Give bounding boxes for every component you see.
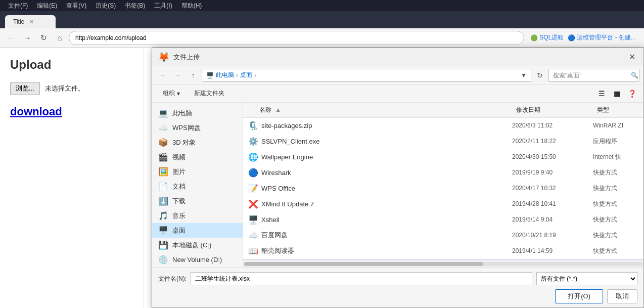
sidebar-item-local-d[interactable]: 💿 New Volume (D:) (152, 252, 243, 267)
nav-up-button[interactable]: ↑ (187, 69, 200, 82)
file-row-8[interactable]: 📖 稻壳阅读器 2019/4/1 14:59 快捷方式 (243, 243, 643, 259)
no-file-text: 未选择文件。 (45, 84, 84, 93)
sidebar-item-documents[interactable]: 📄 文档 (152, 179, 243, 194)
sidebar-icon-downloads: ⬇️ (158, 196, 168, 206)
col-sort-arrow: ▲ (275, 106, 281, 113)
menu-help[interactable]: 帮助(H) (177, 1, 206, 11)
organize-dropdown-icon: ▾ (177, 90, 180, 97)
file-date-6: 2019/5/14 9:04 (512, 216, 593, 223)
download-link[interactable]: download (10, 105, 133, 118)
dialog-toolbar: 组织 ▾ 新建文件夹 ☰ ▦ ❓ (152, 84, 643, 103)
col-header-name[interactable]: 名称 ▲ (255, 105, 512, 115)
file-name-5: XMind 8 Update 7 (259, 200, 512, 208)
file-row-6[interactable]: 🖥️ Xshell 2019/5/14 9:04 快捷方式 (243, 212, 643, 228)
menu-edit[interactable]: 编辑(E) (33, 1, 61, 11)
browser-tabbar: Title ✕ (0, 11, 644, 28)
nav-refresh-button[interactable]: ↻ (533, 69, 546, 82)
nav-back-button[interactable]: ← (156, 69, 169, 82)
sidebar-item-3d[interactable]: 📦 3D 对象 (152, 135, 243, 150)
open-button[interactable]: 打开(O) (555, 289, 603, 303)
file-name-6: Xshell (259, 216, 512, 224)
refresh-button[interactable]: ↻ (36, 31, 51, 45)
file-row-1[interactable]: ⚙️ SSLVPN_Client.exe 2020/2/11 18:22 应用程… (243, 134, 643, 149)
file-name-3: Wireshark (259, 169, 512, 177)
sidebar-item-pictures[interactable]: 🖼️ 图片 (152, 164, 243, 179)
home-button[interactable]: ⌂ (53, 31, 67, 45)
file-type-3: 快捷方式 (593, 168, 643, 177)
file-type-2: Internet 快 (593, 153, 643, 161)
dialog-close-button[interactable]: ✕ (626, 52, 637, 63)
horizontal-scrollbar[interactable] (243, 259, 643, 268)
sidebar-icon-3d: 📦 (158, 138, 168, 147)
search-icon: 🔍 (631, 72, 638, 79)
filetype-select[interactable]: 所有文件 (*.*) (536, 272, 637, 285)
menu-tools[interactable]: 工具(I) (150, 1, 176, 11)
file-type-1: 应用程序 (593, 137, 643, 146)
file-date-5: 2019/4/28 10:41 (512, 200, 593, 207)
sidebar-icon-pictures: 🖼️ (158, 167, 168, 177)
breadcrumb-dropdown-icon[interactable]: ▼ (521, 72, 527, 79)
col-header-type[interactable]: 类型 (593, 105, 643, 115)
view-icons: ☰ ▦ ❓ (595, 87, 638, 100)
menu-history[interactable]: 历史(S) (91, 1, 120, 11)
address-bar[interactable] (69, 31, 524, 45)
browser-tab-active[interactable]: Title ✕ (5, 15, 56, 28)
sidebar-icon-desktop: 🖥️ (158, 226, 168, 235)
new-folder-button[interactable]: 新建文件夹 (189, 87, 230, 100)
browser-window: 文件(F) 编辑(E) 查看(V) 历史(S) 书签(B) 工具(I) 帮助(H… (0, 0, 644, 308)
file-date-1: 2020/2/11 18:22 (512, 138, 593, 145)
file-type-0: WinRAR ZI (593, 122, 643, 129)
webpage-panel: Upload 浏览... 未选择文件。 download (0, 48, 144, 308)
sidebar-item-local-c[interactable]: 💾 本地磁盘 (C:) (152, 238, 243, 252)
dialog-navbar: ← → ↑ 🖥️ 此电脑 › 桌面 › ▼ ↻ 🔍 (152, 66, 643, 84)
nav-forward-button[interactable]: → (171, 69, 185, 82)
sidebar-icon-music: 🎵 (158, 211, 168, 221)
footer-buttons: 打开(O) 取消 (158, 289, 637, 303)
cancel-button[interactable]: 取消 (607, 289, 637, 303)
organize-button[interactable]: 组织 ▾ (157, 87, 186, 100)
tab-close-icon[interactable]: ✕ (29, 19, 34, 25)
view-help-button[interactable]: ❓ (625, 87, 638, 100)
browse-button[interactable]: 浏览... (10, 82, 40, 95)
view-details-button[interactable]: ▦ (610, 87, 623, 100)
search-input[interactable] (553, 72, 629, 79)
file-name-7: 百度网盘 (259, 231, 512, 240)
sidebar-icon-local-d: 💿 (158, 255, 168, 265)
file-name-4: WPS Office (259, 185, 512, 192)
breadcrumb-sep1: › (236, 72, 238, 79)
file-icon-8: 📖 (247, 245, 259, 257)
sidebar-item-computer[interactable]: 💻 此电脑 (152, 106, 243, 120)
file-row-2[interactable]: 🌐 Wallpaper Engine 2020/4/30 15:50 Inter… (243, 149, 643, 165)
sidebar-item-wps[interactable]: ☁️ WPS网盘 (152, 120, 243, 135)
file-icon-5: ❌ (247, 198, 259, 210)
view-list-button[interactable]: ☰ (595, 87, 608, 100)
file-row-3[interactable]: 🔵 Wireshark 2019/9/19 9:40 快捷方式 (243, 165, 643, 181)
bookmark-sql[interactable]: 🟢 SQL进程 (530, 33, 564, 42)
breadcrumb-computer[interactable]: 此电脑 (216, 71, 234, 79)
breadcrumb-desktop[interactable]: 桌面 (240, 71, 252, 79)
file-row-7[interactable]: ☁️ 百度网盘 2020/10/21 8:19 快捷方式 (243, 228, 643, 243)
menu-file[interactable]: 文件(F) (4, 1, 32, 11)
file-type-7: 快捷方式 (593, 231, 643, 240)
file-dialog: 🦊 文件上传 ✕ ← → ↑ 🖥️ 此电脑 › 桌面 › ▼ ↻ (152, 48, 644, 308)
dialog-titlebar: 🦊 文件上传 ✕ (152, 48, 643, 66)
sidebar-item-desktop[interactable]: 🖥️ 桌面 (152, 223, 243, 238)
filename-input[interactable] (191, 272, 532, 285)
bookmarks-bar: 🟢 SQL进程 🔵 运维管理平台 - 创建... (526, 33, 640, 42)
menu-view[interactable]: 查看(V) (62, 1, 90, 11)
bookmark-ops[interactable]: 🔵 运维管理平台 - 创建... (568, 33, 636, 42)
sidebar-item-downloads[interactable]: ⬇️ 下载 (152, 194, 243, 208)
upload-heading: Upload (10, 58, 133, 72)
sidebar-item-video[interactable]: 🎬 视频 (152, 150, 243, 164)
file-date-2: 2020/4/30 15:50 (512, 153, 593, 160)
forward-button[interactable]: → (20, 31, 34, 45)
file-row-5[interactable]: ❌ XMind 8 Update 7 2019/4/28 10:41 快捷方式 (243, 196, 643, 212)
file-name-8: 稻壳阅读器 (259, 246, 512, 255)
file-row-0[interactable]: 🗜️ site-packages.zip 2020/6/3 11:02 WinR… (243, 118, 643, 134)
sidebar-item-music[interactable]: 🎵 音乐 (152, 208, 243, 223)
col-header-date[interactable]: 修改日期 (512, 105, 593, 115)
menu-bookmarks[interactable]: 书签(B) (121, 1, 149, 11)
filelist-header: 名称 ▲ 修改日期 类型 (243, 103, 643, 118)
back-button[interactable]: ← (4, 31, 18, 45)
file-row-4[interactable]: 📝 WPS Office 2020/4/17 10:32 快捷方式 (243, 181, 643, 196)
